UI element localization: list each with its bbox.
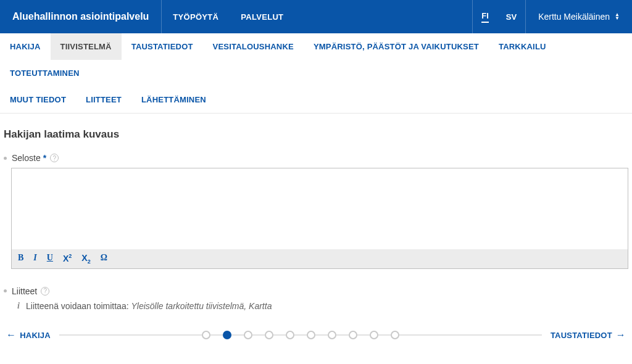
attachments-info-prefix: Liitteenä voidaan toimittaa: — [26, 301, 131, 311]
user-name: Kerttu Meikäläinen — [538, 12, 610, 22]
step-3[interactable] — [244, 331, 252, 339]
primary-nav: TYÖPÖYTÄ PALVELUT — [162, 0, 472, 33]
attachments-info: i Liitteenä voidaan toimittaa: Yleisölle… — [15, 301, 628, 311]
footer-stepper-nav: ← HAKIJA TAUSTATIEDOT → — [0, 329, 632, 341]
arrow-left-icon: ← — [6, 329, 16, 341]
seloste-textarea[interactable] — [12, 168, 628, 247]
tab-vesitaloushanke[interactable]: VESITALOUSHANKE — [203, 33, 304, 60]
tab-toteuttaminen[interactable]: TOTEUTTAMINEN — [0, 60, 89, 86]
richtext-toolbar: B I U X2 X2 Ω — [12, 249, 628, 268]
lang-sv[interactable]: SV — [497, 0, 525, 33]
sort-icon: ▲▼ — [615, 13, 620, 20]
section-title: Hakijan laatima kuvaus — [4, 128, 628, 141]
bold-button[interactable]: B — [18, 253, 23, 265]
step-1[interactable] — [202, 331, 210, 339]
bullet-icon — [4, 157, 7, 160]
next-step-label: TAUSTATIEDOT — [551, 331, 612, 340]
prev-step-label: HAKIJA — [20, 331, 51, 340]
step-9[interactable] — [370, 331, 378, 339]
info-icon: i — [15, 301, 22, 311]
italic-button[interactable]: I — [33, 253, 36, 265]
tab-lahettaminen[interactable]: LÄHETTÄMINEN — [131, 86, 216, 113]
tab-taustatiedot[interactable]: TAUSTATIEDOT — [122, 33, 203, 60]
step-4[interactable] — [265, 331, 273, 339]
superscript-button[interactable]: X2 — [63, 253, 72, 265]
step-7[interactable] — [328, 331, 336, 339]
attachments-info-types: Yleisölle tarkoitettu tiivistelmä, Kartt… — [131, 301, 272, 311]
underline-button[interactable]: U — [47, 253, 53, 265]
stepper — [59, 331, 542, 339]
form-tabs: HAKIJA TIIVISTELMÄ TAUSTATIEDOT VESITALO… — [0, 33, 632, 114]
user-menu[interactable]: Kerttu Meikäläinen ▲▼ — [525, 0, 632, 33]
step-8[interactable] — [349, 331, 357, 339]
app-header: Aluehallinnon asiointipalvelu TYÖPÖYTÄ P… — [0, 0, 632, 33]
required-marker: * — [43, 153, 46, 163]
tab-liitteet[interactable]: LIITTEET — [76, 86, 131, 113]
seloste-label-row: Seloste * ? — [4, 153, 628, 163]
subscript-button[interactable]: X2 — [81, 253, 90, 265]
tab-tiivistelma[interactable]: TIIVISTELMÄ — [51, 33, 122, 60]
step-2[interactable] — [223, 331, 231, 339]
tab-tarkkailu[interactable]: TARKKAILU — [489, 33, 556, 60]
help-icon[interactable]: ? — [41, 287, 49, 296]
attachments-section: Liitteet ? i Liitteenä voidaan toimittaa… — [4, 286, 628, 311]
tab-muut-tiedot[interactable]: MUUT TIEDOT — [0, 86, 76, 113]
nav-palvelut[interactable]: PALVELUT — [230, 0, 294, 33]
step-10[interactable] — [391, 331, 399, 339]
main-content: Hakijan laatima kuvaus Seloste * ? B I U… — [0, 114, 632, 315]
omega-button[interactable]: Ω — [101, 253, 107, 265]
step-6[interactable] — [307, 331, 315, 339]
seloste-editor: B I U X2 X2 Ω — [11, 168, 628, 269]
attachments-label-row: Liitteet ? — [4, 286, 628, 296]
next-step-button[interactable]: TAUSTATIEDOT → — [551, 329, 626, 341]
nav-tyopoyta[interactable]: TYÖPÖYTÄ — [162, 0, 230, 33]
attachments-label: Liitteet — [12, 286, 37, 296]
step-5[interactable] — [286, 331, 294, 339]
language-switcher: FI SV — [472, 0, 525, 33]
arrow-right-icon: → — [616, 329, 626, 341]
app-title: Aluehallinnon asiointipalvelu — [0, 0, 162, 33]
tab-ymparisto[interactable]: YMPÄRISTÖ, PÄÄSTÖT JA VAIKUTUKSET — [304, 33, 489, 60]
prev-step-button[interactable]: ← HAKIJA — [6, 329, 51, 341]
help-icon[interactable]: ? — [50, 154, 59, 162]
lang-fi[interactable]: FI — [473, 0, 497, 33]
seloste-label: Seloste — [12, 153, 41, 163]
bullet-icon — [4, 289, 7, 292]
tab-hakija[interactable]: HAKIJA — [0, 33, 51, 60]
